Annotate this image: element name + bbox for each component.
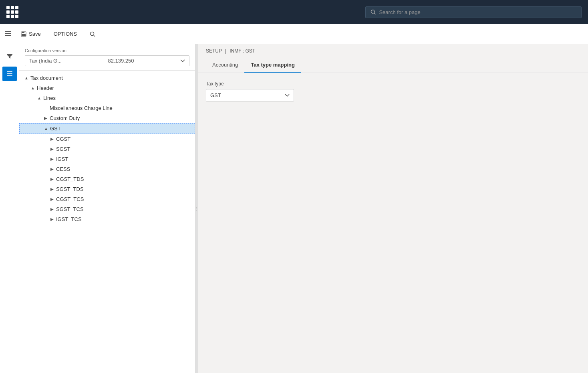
tree-label-tax-document: Tax document (30, 75, 63, 81)
config-select[interactable]: Tax (India G... 82.139.250 (25, 55, 189, 66)
tree-item-igst[interactable]: IGST (19, 154, 195, 164)
search-icon (371, 9, 376, 15)
chevron-down-icon (285, 94, 290, 97)
svg-rect-12 (7, 75, 12, 76)
tree-item-custom-duty[interactable]: Custom Duty (19, 113, 195, 123)
tree-label-misc-charge: Miscellaneous Charge Line (50, 105, 113, 111)
svg-line-1 (374, 13, 375, 14)
config-version: 82.139.250 (108, 58, 134, 64)
svg-line-9 (94, 35, 95, 36)
tree-item-cess[interactable]: CESS (19, 164, 195, 174)
svg-rect-3 (5, 33, 11, 34)
tab-tax-type-mapping[interactable]: Tax type mapping (244, 58, 301, 73)
config-label: Configuration version (25, 48, 189, 53)
tree-item-igst-tcs[interactable]: IGST_TCS (19, 214, 195, 224)
tree-label-cess: CESS (56, 166, 70, 172)
tree-panel: Configuration version Tax (India G... 82… (19, 44, 195, 373)
save-label: Save (29, 31, 41, 37)
tree-label-igst-tcs: IGST_TCS (56, 216, 82, 222)
tree-label-header: Header (37, 85, 54, 91)
tree-content: Tax document Header Lines Miscellaneous … (19, 71, 195, 227)
expand-gst[interactable] (44, 126, 48, 131)
list-icon-btn[interactable] (2, 67, 17, 81)
expand-sgst-tcs[interactable] (50, 207, 54, 212)
tax-type-value: GST (210, 92, 221, 98)
tabs-bar: Accounting Tax type mapping (198, 58, 588, 73)
save-icon (21, 31, 26, 37)
tree-label-cgst: CGST (56, 136, 70, 142)
tree-label-igst: IGST (56, 156, 68, 162)
app-grid-icon[interactable] (6, 6, 18, 18)
svg-rect-4 (5, 35, 11, 36)
expand-tax-document[interactable] (24, 76, 29, 81)
tree-label-sgst: SGST (56, 146, 70, 152)
icon-sidebar (0, 44, 19, 373)
expand-custom-duty[interactable] (43, 116, 48, 121)
expand-cess[interactable] (50, 167, 54, 172)
chevron-down-icon (180, 59, 185, 63)
tree-item-lines[interactable]: Lines (19, 93, 195, 103)
tree-item-cgst-tcs[interactable]: CGST_TCS (19, 194, 195, 204)
breadcrumb-part2: INMF : GST (230, 48, 255, 54)
options-button[interactable]: OPTIONS (50, 28, 81, 39)
tree-item-cgst-tds[interactable]: CGST_TDS (19, 174, 195, 184)
tree-item-cgst[interactable]: CGST (19, 134, 195, 144)
tree-label-lines: Lines (43, 95, 56, 101)
expand-igst[interactable] (50, 157, 54, 162)
top-bar (0, 0, 588, 24)
options-label: OPTIONS (54, 31, 77, 37)
config-name: Tax (India G... (29, 58, 62, 64)
breadcrumb-separator: | (225, 48, 226, 54)
tree-item-tax-document[interactable]: Tax document (19, 73, 195, 83)
svg-rect-2 (5, 31, 11, 32)
tree-item-header[interactable]: Header (19, 83, 195, 93)
svg-rect-6 (22, 32, 24, 33)
tree-label-sgst-tcs: SGST_TCS (56, 206, 84, 212)
expand-cgst-tcs[interactable] (50, 197, 54, 202)
main-layout: Configuration version Tax (India G... 82… (0, 44, 588, 373)
tree-item-sgst[interactable]: SGST (19, 144, 195, 154)
breadcrumb: SETUP | INMF : GST (198, 44, 588, 58)
content-panel: SETUP | INMF : GST Accounting Tax type m… (198, 44, 588, 373)
content-body: Tax type GST (198, 73, 588, 109)
tax-type-dropdown[interactable]: GST (206, 89, 294, 101)
tree-item-sgst-tds[interactable]: SGST_TDS (19, 184, 195, 194)
tree-item-sgst-tcs[interactable]: SGST_TCS (19, 204, 195, 214)
expand-igst-tcs[interactable] (50, 217, 54, 222)
svg-point-0 (371, 10, 375, 14)
tree-label-cgst-tds: CGST_TDS (56, 176, 84, 182)
toolbar: Save OPTIONS (0, 24, 588, 44)
save-button[interactable]: Save (18, 28, 44, 39)
config-header: Configuration version Tax (India G... 82… (19, 44, 195, 71)
tree-label-custom-duty: Custom Duty (50, 115, 80, 121)
tree-item-misc-charge[interactable]: Miscellaneous Charge Line (19, 103, 195, 113)
svg-rect-10 (7, 71, 12, 72)
expand-cgst[interactable] (50, 137, 54, 142)
expand-cgst-tds[interactable] (50, 177, 54, 182)
svg-rect-7 (22, 34, 26, 36)
tax-type-label: Tax type (206, 81, 580, 87)
search-toolbar-icon (90, 31, 95, 37)
search-toolbar-button[interactable] (87, 29, 99, 39)
tree-label-sgst-tds: SGST_TDS (56, 186, 84, 192)
tree-label-gst: GST (50, 126, 61, 132)
expand-sgst[interactable] (50, 147, 54, 152)
tab-accounting[interactable]: Accounting (206, 58, 244, 73)
hamburger-icon[interactable] (5, 31, 11, 37)
filter-icon-btn[interactable] (2, 49, 17, 63)
search-bar[interactable] (365, 6, 582, 18)
svg-rect-11 (7, 73, 12, 74)
expand-header[interactable] (30, 86, 35, 91)
svg-point-8 (91, 32, 94, 35)
tree-item-gst[interactable]: GST (19, 123, 195, 134)
expand-sgst-tds[interactable] (50, 187, 54, 192)
breadcrumb-part1: SETUP (206, 48, 222, 54)
search-input[interactable] (379, 9, 576, 15)
expand-lines[interactable] (37, 96, 42, 101)
tree-label-cgst-tcs: CGST_TCS (56, 196, 84, 202)
